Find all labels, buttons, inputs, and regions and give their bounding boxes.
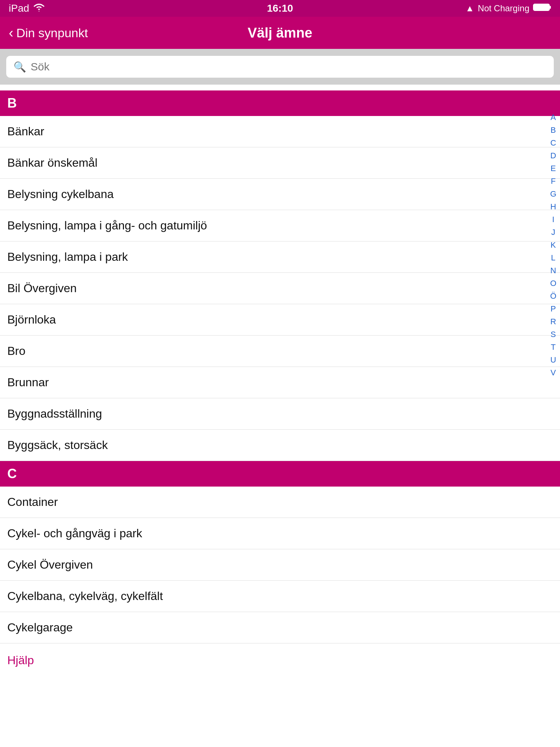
alpha-U[interactable]: U	[548, 353, 558, 366]
list-spacer	[0, 85, 560, 90]
section-header-C: C	[0, 461, 560, 487]
status-bar: iPad 16:10 ▲ Not Charging	[0, 0, 560, 17]
list-item[interactable]: Bil Övergiven	[0, 273, 560, 304]
alpha-E[interactable]: E	[548, 162, 558, 175]
list-item[interactable]: Belysning cykelbana	[0, 179, 560, 210]
alpha-A[interactable]: A	[548, 111, 558, 124]
list-item[interactable]: Byggnadsställning	[0, 398, 560, 430]
not-charging-label: Not Charging	[478, 3, 529, 13]
help-link-container: Hjälp	[0, 643, 560, 677]
back-label: Din synpunkt	[16, 26, 88, 40]
alpha-J[interactable]: J	[549, 226, 557, 239]
battery-icon	[533, 3, 551, 14]
wifi-icon	[34, 3, 44, 14]
list-item[interactable]: Bänkar	[0, 116, 560, 147]
list-item[interactable]: Cykel- och gångväg i park	[0, 518, 560, 549]
nav-bar: ‹ Din synpunkt Välj ämne	[0, 17, 560, 49]
alpha-R[interactable]: R	[548, 315, 558, 328]
list-item[interactable]: Cykelgarage	[0, 612, 560, 643]
list-item[interactable]: Byggsäck, storsäck	[0, 430, 560, 461]
search-input[interactable]	[31, 61, 547, 73]
list-item[interactable]: Brunnar	[0, 367, 560, 398]
alpha-Ö[interactable]: Ö	[548, 290, 559, 302]
chevron-left-icon: ‹	[9, 25, 13, 41]
search-icon: 🔍	[13, 61, 26, 73]
status-bar-left: iPad	[9, 3, 44, 14]
search-bar[interactable]: 🔍	[6, 55, 554, 78]
search-container: 🔍	[0, 49, 560, 85]
help-link[interactable]: Hjälp	[0, 643, 560, 677]
alpha-T[interactable]: T	[549, 341, 558, 353]
alpha-index: ABCDEFGHIJKLNOÖPRSTUV	[547, 109, 560, 380]
list-item[interactable]: Björnloka	[0, 304, 560, 336]
section-header-B: B	[0, 90, 560, 116]
alpha-V[interactable]: V	[548, 366, 558, 379]
status-bar-right: ▲ Not Charging	[466, 3, 551, 14]
page-title: Välj ämne	[248, 25, 312, 41]
list-item[interactable]: Cykelbana, cykelväg, cykelfält	[0, 581, 560, 612]
list-item[interactable]: Cykel Övergiven	[0, 549, 560, 581]
back-button[interactable]: ‹ Din synpunkt	[9, 25, 88, 41]
alpha-H[interactable]: H	[548, 200, 558, 213]
list-item[interactable]: Belysning, lampa i gång- och gatumiljö	[0, 210, 560, 241]
time-display: 16:10	[267, 3, 293, 14]
alpha-F[interactable]: F	[549, 175, 558, 187]
list-item[interactable]: Container	[0, 487, 560, 518]
alpha-P[interactable]: P	[548, 302, 558, 315]
alpha-N[interactable]: N	[548, 264, 558, 277]
location-icon: ▲	[466, 3, 474, 13]
svg-rect-1	[550, 6, 551, 9]
alpha-I[interactable]: I	[550, 213, 556, 226]
alpha-O[interactable]: O	[548, 277, 559, 290]
list-content: BBänkarBänkar önskemålBelysning cykelban…	[0, 90, 560, 643]
alpha-G[interactable]: G	[548, 187, 559, 200]
alpha-B[interactable]: B	[548, 124, 558, 136]
alpha-K[interactable]: K	[548, 239, 558, 251]
list-item[interactable]: Bro	[0, 336, 560, 367]
svg-rect-0	[533, 4, 549, 11]
list-item[interactable]: Bänkar önskemål	[0, 147, 560, 179]
alpha-D[interactable]: D	[548, 149, 558, 162]
device-label: iPad	[9, 3, 29, 14]
alpha-S[interactable]: S	[548, 328, 558, 341]
list-item[interactable]: Belysning, lampa i park	[0, 241, 560, 273]
alpha-C[interactable]: C	[548, 136, 558, 149]
alpha-L[interactable]: L	[549, 251, 557, 264]
